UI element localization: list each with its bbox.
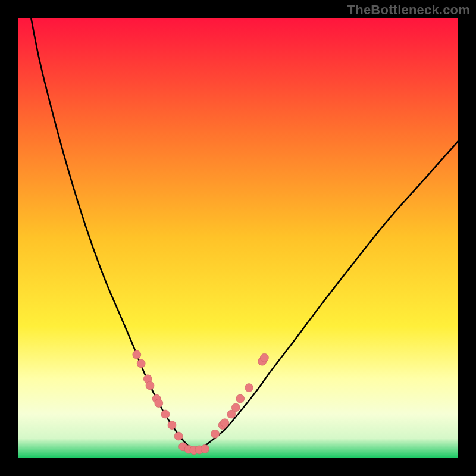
chart-container: TheBottleneck.com [0, 0, 476, 476]
data-dot [201, 444, 209, 453]
data-dot [221, 419, 229, 427]
data-dot [236, 394, 245, 403]
data-dot [245, 384, 253, 392]
data-dot [161, 410, 170, 418]
data-dot [211, 430, 220, 438]
data-dot [137, 359, 145, 368]
chart-svg [18, 18, 458, 458]
data-dot [168, 421, 176, 430]
plot-area [18, 18, 458, 458]
data-dot [260, 353, 268, 362]
data-dot [133, 350, 141, 359]
gradient-background [18, 18, 458, 458]
data-dot [231, 403, 240, 412]
data-dot [146, 381, 154, 390]
data-dot [174, 432, 183, 440]
attribution-label: TheBottleneck.com [347, 2, 470, 18]
data-dot [155, 399, 163, 408]
